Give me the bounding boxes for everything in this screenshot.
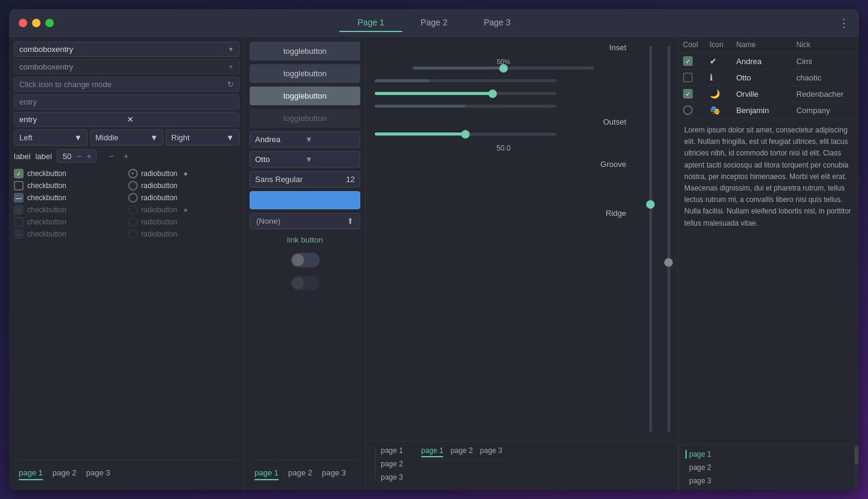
- spin-value: 50: [60, 152, 74, 161]
- spin-decrement[interactable]: −: [74, 151, 84, 161]
- entry-icon-row[interactable]: Click icon to change mode ↻: [14, 77, 239, 92]
- radiobutton-3[interactable]: radiobutton: [128, 193, 240, 203]
- clear-icon[interactable]: ✕: [127, 115, 235, 124]
- v-slider-1[interactable]: [644, 43, 656, 435]
- minimize-button[interactable]: [32, 19, 40, 27]
- middle-tab-page3[interactable]: page 3: [322, 468, 346, 480]
- refresh-icon[interactable]: ↻: [227, 80, 234, 89]
- switch-track-1[interactable]: [291, 253, 320, 267]
- checkbutton-3[interactable]: checkbutton: [14, 193, 126, 203]
- radiobutton-2[interactable]: radiobutton: [128, 181, 240, 191]
- scrollbar[interactable]: [854, 445, 859, 490]
- switch-track-2: [291, 276, 320, 290]
- file-chooser[interactable]: (None) ⬆: [250, 213, 360, 229]
- spin-label-1: label: [14, 152, 30, 161]
- tree-check-otto[interactable]: [683, 73, 693, 82]
- dropdown-left[interactable]: Left ▼: [14, 129, 88, 146]
- checkbutton-1[interactable]: checkbutton: [14, 169, 126, 178]
- outset-slider[interactable]: [375, 132, 632, 135]
- dropdown-right[interactable]: Right ▼: [166, 129, 239, 146]
- spin-increment[interactable]: +: [84, 151, 94, 161]
- center-htab-page3[interactable]: page 3: [480, 446, 502, 457]
- font-selector[interactable]: Sans Regular 12: [250, 171, 360, 188]
- left-tab-page1[interactable]: page 1: [19, 468, 43, 480]
- left-tab-page2[interactable]: page 2: [53, 468, 77, 480]
- center-htab-bar: page 1 page 2 page 3: [421, 446, 502, 460]
- entry-clear[interactable]: entry ✕: [14, 112, 239, 127]
- middle-bottom-tabs: page 1 page 2 page 3: [250, 460, 360, 485]
- menu-button[interactable]: ⋮: [838, 16, 849, 30]
- spin-plus-2[interactable]: +: [121, 151, 131, 161]
- radiobutton-1[interactable]: radiobutton ●: [128, 169, 240, 178]
- combo-andrea[interactable]: Andrea ▼: [250, 131, 360, 148]
- combobox-entry-2[interactable]: comboboxentry ▼: [14, 59, 239, 74]
- radio-2[interactable]: [128, 181, 138, 191]
- center-htab-page1[interactable]: page 1: [421, 446, 444, 457]
- combo-otto[interactable]: Otto ▼: [250, 151, 360, 168]
- right-vtab-page2[interactable]: page 2: [685, 463, 711, 472]
- inset-label: Inset: [609, 43, 626, 52]
- checkbox-3[interactable]: [14, 193, 24, 203]
- radio-extra: ●: [184, 169, 188, 178]
- lorem-text: Lorem ipsum dolor sit amet, consectetur …: [678, 119, 859, 445]
- file-upload-icon[interactable]: ⬆: [347, 217, 354, 226]
- tree-row-orville[interactable]: 🌙 Orville Redenbacher: [678, 86, 859, 102]
- center-vtab-page1[interactable]: page 1: [381, 446, 403, 455]
- spin-minus-2[interactable]: −: [106, 151, 116, 161]
- togglebutton-2[interactable]: togglebutton: [250, 64, 360, 83]
- entry-clear-text: entry: [19, 115, 127, 124]
- checkbox-2[interactable]: [14, 181, 24, 191]
- traffic-lights: [19, 19, 54, 27]
- center-vtab-page2[interactable]: page 2: [381, 460, 403, 468]
- link-button[interactable]: link button: [250, 233, 360, 247]
- right-vtab-page1[interactable]: page 1: [685, 450, 711, 458]
- radiobutton-4: radiobutton ●: [128, 205, 240, 215]
- combobox-entry-1[interactable]: comboboxentry ▼: [14, 42, 239, 57]
- scrollbar-thumb[interactable]: [855, 446, 858, 465]
- radio-4: [128, 205, 138, 215]
- checkbutton-2[interactable]: checkbutton: [14, 181, 126, 191]
- dropdown-middle[interactable]: Middle ▼: [90, 129, 164, 146]
- tree-check-orville[interactable]: [683, 89, 693, 99]
- tab-page2[interactable]: Page 2: [403, 14, 465, 32]
- tree-icon-orville: 🌙: [710, 89, 734, 99]
- center-htab-page2[interactable]: page 2: [450, 446, 473, 457]
- tree-nick-benjamin: Company: [797, 106, 855, 115]
- entry-plain[interactable]: entry: [14, 94, 239, 109]
- radio-1[interactable]: [128, 169, 138, 178]
- col-cool: Cool: [683, 41, 707, 49]
- tree-row-benjamin[interactable]: 🎭 Benjamin Company: [678, 102, 859, 119]
- checkbutton-4: checkbutton: [14, 205, 126, 215]
- togglebutton-3[interactable]: togglebutton: [250, 86, 360, 105]
- h-slider-1[interactable]: 50%: [375, 58, 632, 70]
- tree-row-otto[interactable]: ℹ Otto chaotic: [678, 70, 859, 86]
- maximize-button[interactable]: [45, 19, 54, 27]
- right-vtab-page3[interactable]: page 3: [685, 477, 711, 485]
- v-thumb-1: [646, 200, 655, 209]
- h-slider-4[interactable]: [375, 105, 632, 108]
- togglebutton-1[interactable]: togglebutton: [250, 42, 360, 60]
- color-button[interactable]: [250, 191, 360, 209]
- tree-nick-otto: chaotic: [797, 73, 855, 82]
- spin-label-2: label: [35, 152, 51, 161]
- radio-extra-4: ●: [184, 206, 188, 214]
- h-slider-2[interactable]: [375, 79, 632, 82]
- h-slider-3[interactable]: [375, 92, 632, 95]
- v-slider-2[interactable]: [662, 43, 675, 435]
- titlebar: Page 1 Page 2 Page 3 ⋮: [9, 9, 859, 37]
- radio-3[interactable]: [128, 193, 138, 203]
- tab-page1[interactable]: Page 1: [339, 14, 402, 32]
- center-vtab-page3[interactable]: page 3: [381, 473, 403, 481]
- middle-tab-page1[interactable]: page 1: [254, 468, 279, 480]
- close-button[interactable]: [19, 19, 27, 27]
- tree-check-andrea[interactable]: [683, 56, 693, 66]
- right-panel: Cool Icon Name Nick ✔ Andrea Cimi ℹ Otto…: [678, 37, 859, 490]
- tree-radio-benjamin[interactable]: [683, 105, 693, 115]
- tree-row-andrea[interactable]: ✔ Andrea Cimi: [678, 53, 859, 70]
- center-bottom-area: page 1 page 2 page 3 page 1 page 2 page …: [366, 441, 678, 490]
- middle-tab-page2[interactable]: page 2: [288, 468, 313, 480]
- checkbox-1[interactable]: [14, 169, 24, 178]
- switch-1[interactable]: [250, 250, 360, 270]
- tab-page3[interactable]: Page 3: [465, 14, 528, 32]
- left-tab-page3[interactable]: page 3: [86, 468, 111, 480]
